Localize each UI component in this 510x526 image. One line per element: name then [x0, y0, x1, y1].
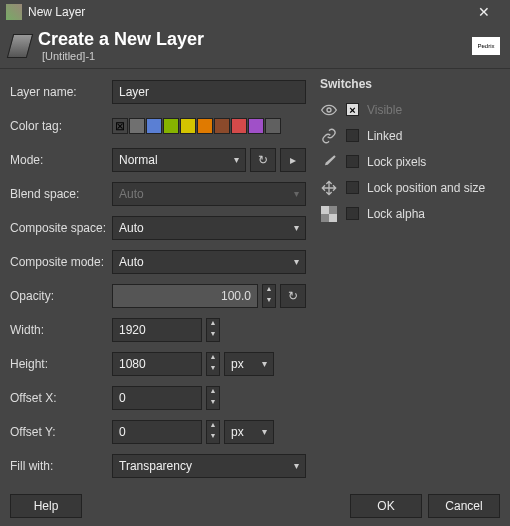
dialog-header: Create a New Layer [Untitled]-1 Pedrix — [0, 24, 510, 69]
lock-position-checkbox[interactable] — [346, 181, 359, 194]
height-input[interactable] — [112, 352, 202, 376]
chevron-down-icon: ▾ — [294, 188, 299, 199]
width-stepper[interactable]: ▲▼ — [206, 318, 220, 342]
size-unit-value: px — [231, 357, 244, 371]
window-title: New Layer — [28, 5, 464, 19]
composite-space-label: Composite space: — [10, 221, 112, 235]
composite-space-value: Auto — [119, 221, 144, 235]
blend-space-value: Auto — [119, 187, 144, 201]
offset-unit-value: px — [231, 425, 244, 439]
chevron-down-icon: ▾ — [294, 460, 299, 471]
opacity-stepper[interactable]: ▲▼ — [262, 284, 276, 308]
width-input[interactable] — [112, 318, 202, 342]
lock-alpha-label: Lock alpha — [367, 207, 425, 221]
lock-position-label: Lock position and size — [367, 181, 485, 195]
alpha-icon — [320, 205, 338, 223]
offset-x-label: Offset X: — [10, 391, 112, 405]
dialog-title: Create a New Layer — [38, 30, 204, 50]
titlebar: New Layer ✕ — [0, 0, 510, 24]
fill-with-value: Transparency — [119, 459, 192, 473]
offset-y-stepper[interactable]: ▲▼ — [206, 420, 220, 444]
app-icon — [6, 4, 22, 20]
width-label: Width: — [10, 323, 112, 337]
reset-opacity-button[interactable]: ↻ — [280, 284, 306, 308]
height-label: Height: — [10, 357, 112, 371]
help-button[interactable]: Help — [10, 494, 82, 518]
lock-alpha-checkbox[interactable] — [346, 207, 359, 220]
ok-button[interactable]: OK — [350, 494, 422, 518]
color-tag-swatch[interactable] — [129, 118, 145, 134]
offset-y-label: Offset Y: — [10, 425, 112, 439]
linked-checkbox[interactable] — [346, 129, 359, 142]
reset-mode-button[interactable]: ↻ — [250, 148, 276, 172]
switches-heading: Switches — [320, 77, 500, 91]
opacity-value: 100.0 — [221, 289, 251, 303]
color-tag-swatch[interactable] — [248, 118, 264, 134]
linked-label: Linked — [367, 129, 402, 143]
lock-pixels-label: Lock pixels — [367, 155, 426, 169]
brush-icon — [320, 153, 338, 171]
lock-pixels-checkbox[interactable] — [346, 155, 359, 168]
composite-mode-label: Composite mode: — [10, 255, 112, 269]
color-tag-swatch[interactable] — [180, 118, 196, 134]
offset-y-input[interactable] — [112, 420, 202, 444]
color-tag-swatch[interactable] — [163, 118, 179, 134]
color-tag-none[interactable]: ⊠ — [112, 118, 128, 134]
size-unit-select[interactable]: px ▾ — [224, 352, 274, 376]
blend-space-label: Blend space: — [10, 187, 112, 201]
color-tag-swatch[interactable] — [214, 118, 230, 134]
move-icon — [320, 179, 338, 197]
composite-mode-select[interactable]: Auto ▾ — [112, 250, 306, 274]
layer-icon — [7, 34, 33, 58]
link-icon — [320, 127, 338, 145]
layer-name-input[interactable] — [112, 80, 306, 104]
logo-thumb: Pedrix — [472, 37, 500, 55]
svg-rect-2 — [321, 206, 329, 214]
chevron-down-icon: ▾ — [234, 154, 239, 165]
dialog-footer: Help OK Cancel — [0, 486, 510, 526]
mode-menu-button[interactable]: ▸ — [280, 148, 306, 172]
color-tag-picker: ⊠ — [112, 118, 281, 134]
height-stepper[interactable]: ▲▼ — [206, 352, 220, 376]
color-tag-swatch[interactable] — [265, 118, 281, 134]
color-tag-swatch[interactable] — [231, 118, 247, 134]
mode-select[interactable]: Normal ▾ — [112, 148, 246, 172]
visible-checkbox[interactable] — [346, 103, 359, 116]
dialog-subtitle: [Untitled]-1 — [42, 50, 204, 62]
offset-x-stepper[interactable]: ▲▼ — [206, 386, 220, 410]
fill-with-select[interactable]: Transparency ▾ — [112, 454, 306, 478]
mode-value: Normal — [119, 153, 158, 167]
chevron-down-icon: ▾ — [294, 256, 299, 267]
mode-label: Mode: — [10, 153, 112, 167]
color-tag-label: Color tag: — [10, 119, 112, 133]
offset-x-input[interactable] — [112, 386, 202, 410]
color-tag-swatch[interactable] — [146, 118, 162, 134]
fill-with-label: Fill with: — [10, 459, 112, 473]
opacity-label: Opacity: — [10, 289, 112, 303]
color-tag-swatch[interactable] — [197, 118, 213, 134]
close-button[interactable]: ✕ — [464, 4, 504, 20]
layer-name-label: Layer name: — [10, 85, 112, 99]
chevron-down-icon: ▾ — [294, 222, 299, 233]
opacity-slider[interactable]: 100.0 — [112, 284, 258, 308]
eye-icon — [320, 101, 338, 119]
chevron-down-icon: ▾ — [262, 426, 267, 437]
chevron-down-icon: ▾ — [262, 358, 267, 369]
visible-label: Visible — [367, 103, 402, 117]
composite-mode-value: Auto — [119, 255, 144, 269]
cancel-button[interactable]: Cancel — [428, 494, 500, 518]
offset-unit-select[interactable]: px ▾ — [224, 420, 274, 444]
blend-space-select: Auto ▾ — [112, 182, 306, 206]
composite-space-select[interactable]: Auto ▾ — [112, 216, 306, 240]
svg-point-0 — [327, 108, 331, 112]
svg-rect-3 — [329, 214, 337, 222]
